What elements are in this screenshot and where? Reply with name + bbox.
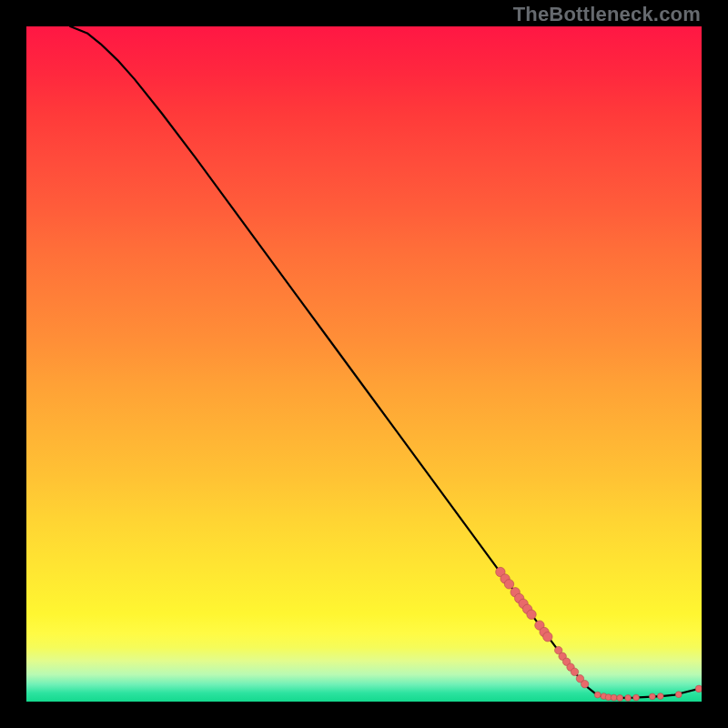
data-point (649, 693, 655, 700)
watermark-text: TheBottleneck.com (513, 3, 701, 26)
plot-area (26, 26, 702, 702)
data-point (633, 694, 640, 701)
main-curve (70, 26, 699, 698)
data-point (657, 693, 663, 700)
data-point (571, 668, 578, 675)
data-point (527, 610, 536, 619)
data-point (611, 694, 617, 701)
data-point (581, 681, 588, 688)
chart-svg (26, 26, 702, 702)
data-point (695, 685, 702, 693)
data-point (543, 632, 552, 642)
data-point (504, 580, 513, 589)
data-point (675, 692, 682, 698)
chart-frame: TheBottleneck.com (0, 0, 728, 728)
data-markers (496, 567, 702, 701)
data-point (625, 695, 632, 702)
data-point (617, 695, 623, 702)
data-point (594, 692, 601, 698)
